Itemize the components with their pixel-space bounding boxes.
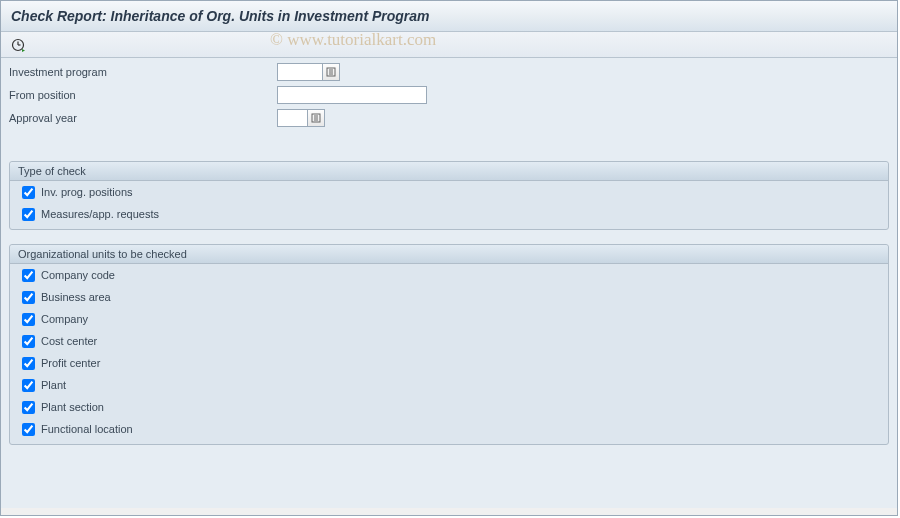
approval-year-search-help[interactable] bbox=[307, 109, 325, 127]
search-help-icon bbox=[311, 113, 321, 123]
svg-marker-3 bbox=[22, 49, 25, 52]
approval-year-label: Approval year bbox=[9, 112, 277, 124]
clock-execute-icon bbox=[11, 38, 25, 52]
list-item: Plant bbox=[10, 374, 888, 396]
functional-location-checkbox[interactable] bbox=[22, 423, 35, 436]
checkbox-label[interactable]: Inv. prog. positions bbox=[41, 186, 133, 198]
profit-center-checkbox[interactable] bbox=[22, 357, 35, 370]
list-item: Company code bbox=[10, 264, 888, 286]
checkbox-label[interactable]: Measures/app. requests bbox=[41, 208, 159, 220]
from-position-label: From position bbox=[9, 89, 277, 101]
investment-program-search-help[interactable] bbox=[322, 63, 340, 81]
content-area: Investment program From position Approva… bbox=[1, 58, 897, 508]
checkbox-label[interactable]: Business area bbox=[41, 291, 111, 303]
list-item: Measures/app. requests bbox=[10, 203, 888, 225]
type-of-check-group: Type of check Inv. prog. positions Measu… bbox=[9, 161, 889, 230]
checkbox-label[interactable]: Plant section bbox=[41, 401, 104, 413]
list-item: Business area bbox=[10, 286, 888, 308]
execute-button[interactable] bbox=[7, 35, 29, 55]
investment-program-label: Investment program bbox=[9, 66, 277, 78]
company-code-checkbox[interactable] bbox=[22, 269, 35, 282]
approval-year-input[interactable] bbox=[277, 109, 307, 127]
company-checkbox[interactable] bbox=[22, 313, 35, 326]
list-item: Profit center bbox=[10, 352, 888, 374]
inv-prog-positions-checkbox[interactable] bbox=[22, 186, 35, 199]
list-item: Cost center bbox=[10, 330, 888, 352]
checkbox-label[interactable]: Plant bbox=[41, 379, 66, 391]
business-area-checkbox[interactable] bbox=[22, 291, 35, 304]
checkbox-label[interactable]: Company code bbox=[41, 269, 115, 281]
plant-section-checkbox[interactable] bbox=[22, 401, 35, 414]
page-title: Check Report: Inheritance of Org. Units … bbox=[1, 1, 897, 32]
list-item: Plant section bbox=[10, 396, 888, 418]
investment-program-input[interactable] bbox=[277, 63, 322, 81]
search-help-icon bbox=[326, 67, 336, 77]
checkbox-label[interactable]: Functional location bbox=[41, 423, 133, 435]
window: Check Report: Inheritance of Org. Units … bbox=[0, 0, 898, 516]
org-units-group: Organizational units to be checked Compa… bbox=[9, 244, 889, 445]
org-units-title: Organizational units to be checked bbox=[10, 245, 888, 264]
list-item: Inv. prog. positions bbox=[10, 181, 888, 203]
checkbox-label[interactable]: Profit center bbox=[41, 357, 100, 369]
measures-app-requests-checkbox[interactable] bbox=[22, 208, 35, 221]
cost-center-checkbox[interactable] bbox=[22, 335, 35, 348]
type-of-check-title: Type of check bbox=[10, 162, 888, 181]
plant-checkbox[interactable] bbox=[22, 379, 35, 392]
checkbox-label[interactable]: Company bbox=[41, 313, 88, 325]
from-position-input[interactable] bbox=[277, 86, 427, 104]
list-item: Company bbox=[10, 308, 888, 330]
checkbox-label[interactable]: Cost center bbox=[41, 335, 97, 347]
toolbar bbox=[1, 32, 897, 58]
list-item: Functional location bbox=[10, 418, 888, 440]
